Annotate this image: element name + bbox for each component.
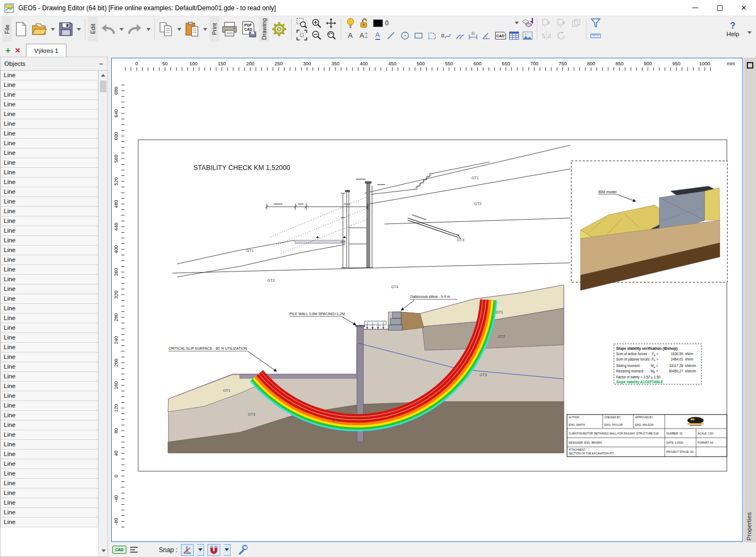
help-button[interactable]: ? Help — [717, 21, 748, 37]
list-item[interactable]: Line — [1, 342, 98, 352]
copy-properties-button[interactable] — [540, 18, 553, 29]
list-item[interactable]: Line — [1, 99, 98, 110]
list-item[interactable]: Line — [1, 294, 98, 304]
undo-button[interactable] — [99, 17, 117, 41]
collapse-panel-button[interactable]: – — [99, 61, 103, 66]
add-circle-button[interactable] — [399, 30, 411, 41]
rotate-button[interactable] — [555, 30, 568, 41]
list-item[interactable]: Line — [1, 323, 98, 333]
list-item[interactable]: Line — [1, 274, 98, 284]
insert-image-button[interactable] — [522, 30, 534, 41]
redo-dropdown[interactable] — [146, 28, 151, 31]
move-to-layer-button[interactable] — [521, 18, 534, 29]
open-file-button[interactable] — [30, 17, 49, 41]
lock-toggle[interactable] — [358, 18, 371, 29]
drawing-settings-button[interactable] — [270, 17, 288, 41]
pan-button[interactable] — [325, 18, 338, 29]
objects-scrollbar[interactable] — [98, 71, 107, 556]
line-style-icon[interactable] — [130, 546, 139, 554]
pen-color-selector[interactable]: 0 — [372, 18, 390, 29]
list-item[interactable]: Line — [1, 371, 98, 382]
list-item[interactable]: Line — [1, 468, 98, 479]
list-item[interactable]: Line — [1, 245, 98, 255]
mirror-button[interactable] — [540, 30, 553, 41]
list-item[interactable]: Line — [1, 488, 98, 498]
zoom-extents-button[interactable] — [295, 30, 308, 40]
list-item[interactable]: Line — [1, 196, 98, 207]
scroll-down-icon[interactable] — [102, 549, 106, 552]
snap-mode-button[interactable] — [181, 544, 194, 556]
list-item[interactable]: Line — [1, 206, 98, 216]
close-sheet-button[interactable]: ✕ — [15, 46, 21, 55]
snap-mode-dropdown[interactable] — [197, 544, 204, 556]
tab-vykres-1[interactable]: Výkres 1 — [26, 44, 66, 57]
copy-objects-button[interactable] — [570, 18, 583, 29]
list-item[interactable]: Line — [1, 226, 98, 236]
list-item[interactable]: Line — [1, 362, 98, 372]
list-item[interactable]: Line — [1, 216, 98, 226]
list-item[interactable]: Line — [1, 128, 98, 139]
list-item[interactable]: Line — [1, 255, 98, 265]
add-rectangle-button[interactable] — [412, 30, 424, 41]
insert-cad-button[interactable]: CAD — [494, 30, 507, 41]
list-item[interactable]: Line — [1, 420, 98, 430]
panel-square-icon[interactable] — [747, 62, 753, 69]
add-sheet-button[interactable]: + — [5, 46, 10, 55]
edit-text-button[interactable]: A⌶ — [357, 30, 370, 41]
copy-button[interactable] — [158, 17, 175, 41]
pen-style-dropdown[interactable] — [515, 22, 519, 24]
list-item[interactable]: Line — [1, 430, 98, 440]
add-text-button[interactable]: A — [344, 30, 356, 41]
scroll-up-icon[interactable] — [101, 74, 105, 77]
zoom-previous-button[interactable] — [325, 30, 338, 40]
magnet-snap-dropdown[interactable] — [224, 544, 231, 556]
list-item[interactable]: Line — [1, 352, 98, 362]
new-file-button[interactable] — [13, 17, 29, 41]
list-item[interactable]: Line — [1, 167, 98, 178]
copy-dropdown[interactable] — [177, 28, 181, 31]
visibility-toggle[interactable] — [344, 18, 357, 29]
list-item[interactable]: Line — [1, 187, 98, 197]
list-item[interactable]: Line — [1, 71, 98, 80]
list-item[interactable]: Line — [1, 517, 98, 527]
print-button[interactable] — [220, 17, 239, 41]
list-item[interactable]: Line — [1, 439, 98, 450]
filter-button[interactable] — [589, 18, 602, 29]
list-item[interactable]: Line — [1, 264, 98, 275]
list-item[interactable]: Line — [1, 235, 98, 246]
list-item[interactable]: Line — [1, 303, 98, 314]
measure-button[interactable] — [589, 30, 602, 41]
list-item[interactable]: Line — [1, 459, 98, 469]
list-item[interactable]: Line — [1, 177, 98, 187]
undo-dropdown[interactable] — [119, 28, 124, 31]
list-item[interactable]: Line — [1, 148, 98, 158]
insert-table-button[interactable] — [508, 30, 520, 41]
list-item[interactable]: Line — [1, 391, 98, 401]
list-item[interactable]: Line — [1, 507, 98, 518]
zoom-in-button[interactable] — [310, 18, 323, 29]
help-dropdown[interactable] — [747, 31, 752, 34]
settings-wrench-icon[interactable] — [237, 545, 248, 555]
open-dropdown[interactable] — [51, 28, 55, 31]
redo-button[interactable] — [126, 17, 144, 41]
save-button[interactable] — [57, 17, 75, 41]
list-item[interactable]: Line — [1, 381, 98, 391]
list-item[interactable]: Line — [1, 284, 98, 294]
add-multiline-button[interactable] — [453, 30, 465, 41]
drawing-canvas[interactable]: 0501001502002503003504004505005506006507… — [112, 58, 744, 542]
cad-status-icon[interactable]: CAD — [112, 546, 126, 554]
list-item[interactable]: Line — [1, 410, 98, 420]
list-item[interactable]: Line — [1, 90, 98, 100]
paste-dropdown[interactable] — [203, 28, 207, 31]
save-dropdown[interactable] — [77, 28, 81, 31]
magnet-snap-button[interactable] — [207, 544, 220, 556]
list-item[interactable]: Line — [1, 138, 98, 148]
list-item[interactable]: Line — [1, 313, 98, 323]
properties-tab[interactable]: Properties — [746, 512, 752, 540]
zoom-window-button[interactable] — [295, 18, 308, 29]
minimize-button[interactable] — [683, 0, 707, 16]
list-item[interactable]: Line — [1, 109, 98, 119]
text-style-button[interactable]: A — [372, 30, 384, 41]
paste-button[interactable] — [184, 17, 201, 41]
pdf-cad-export-button[interactable]: PDF CAD — [240, 17, 258, 41]
